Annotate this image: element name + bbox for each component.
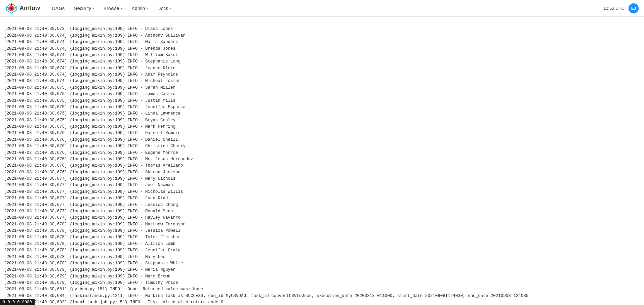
log-line: [2021-09-08 21:40:30,674] {logging_mixin… (0, 58, 644, 65)
log-line: [2021-09-08 21:40:30,675] {logging_mixin… (0, 111, 644, 117)
user-avatar[interactable]: EJ (629, 3, 639, 13)
navbar: Airflow DAGs Security ▾ Browse ▾ Admin ▾… (0, 0, 644, 17)
navbar-right: 12:52 UTC EJ (603, 3, 639, 13)
log-line: [2021-09-08 21:40:30,678] {logging_mixin… (0, 228, 644, 234)
docs-chevron-icon: ▾ (169, 6, 171, 10)
log-line: [2021-09-08 21:40:30,674] {logging_mixin… (0, 46, 644, 52)
log-line: [2021-09-08 21:40:30,675] {logging_mixin… (0, 85, 644, 91)
brand[interactable]: Airflow (5, 2, 40, 14)
nav-item-docs[interactable]: Docs ▾ (153, 4, 175, 13)
log-container: [2021-09-08 21:40:30,673] {logging_mixin… (0, 17, 644, 305)
log-line: [2021-09-08 21:40:30,676] {logging_mixin… (0, 156, 644, 163)
log-line: [2021-09-08 21:40:30,678] {logging_mixin… (0, 241, 644, 247)
log-line: [2021-09-08 21:40:30,674] {logging_mixin… (0, 33, 644, 39)
log-line: [2021-09-08 21:40:30,675] {logging_mixin… (0, 98, 644, 104)
nav-item-admin[interactable]: Admin ▾ (128, 4, 152, 13)
log-line: [2021-09-08 21:40:30,676] {logging_mixin… (0, 143, 644, 149)
log-line: [2021-09-08 21:40:30,675] {logging_mixin… (0, 91, 644, 97)
log-line: [2021-09-08 21:40:30,679] {logging_mixin… (0, 280, 644, 286)
log-line: [2021-09-08 21:40:30,679] {logging_mixin… (0, 273, 644, 280)
log-line: [2021-09-08 21:40:30,674] {logging_mixin… (0, 39, 644, 45)
status-bar: 0.0.0.0:8080 (0, 299, 35, 305)
admin-chevron-icon: ▾ (146, 6, 148, 10)
log-line: [2021-09-08 21:40:30,674] {logging_mixin… (0, 65, 644, 72)
brand-label: Airflow (19, 5, 40, 12)
log-line: [2021-09-08 21:40:30,676] {logging_mixin… (0, 169, 644, 176)
log-line: [2021-09-08 21:40:30,677] {logging_mixin… (0, 195, 644, 202)
log-line: [2021-09-08 21:40:30,678] {logging_mixin… (0, 221, 644, 228)
time-display: 12:52 UTC (603, 6, 625, 11)
nav-items: DAGs Security ▾ Browse ▾ Admin ▾ Docs ▾ (48, 4, 603, 13)
log-line: [2021-09-08 21:40:30,684] {taskinstance.… (0, 293, 644, 299)
nav-item-browse[interactable]: Browse ▾ (99, 4, 126, 13)
log-line: [2021-09-08 21:40:30,676] {logging_mixin… (0, 163, 644, 169)
log-line: [2021-09-08 21:40:30,674] {logging_mixin… (0, 78, 644, 84)
browse-chevron-icon: ▾ (121, 6, 122, 10)
log-line: [2021-09-08 21:40:30,693] {local_task_jo… (0, 299, 644, 305)
status-bar-text: 0.0.0.0:8080 (3, 300, 32, 304)
log-line: [2021-09-08 21:40:30,677] {logging_mixin… (0, 208, 644, 215)
log-line: [2021-09-08 21:40:30,675] {logging_mixin… (0, 117, 644, 124)
airflow-logo-icon (5, 2, 17, 14)
log-line: [2021-09-08 21:40:30,678] {logging_mixin… (0, 254, 644, 260)
log-line: [2021-09-08 21:40:30,677] {logging_mixin… (0, 176, 644, 182)
log-line: [2021-09-08 21:40:30,675] {logging_mixin… (0, 124, 644, 130)
nav-item-dags[interactable]: DAGs (48, 4, 69, 13)
log-line: [2021-09-08 21:40:30,678] {logging_mixin… (0, 247, 644, 254)
svg-marker-4 (7, 6, 8, 9)
security-chevron-icon: ▾ (92, 6, 94, 10)
log-line: [2021-09-08 21:40:30,679] {logging_mixin… (0, 267, 644, 273)
log-line: [2021-09-08 21:40:30,674] {logging_mixin… (0, 72, 644, 78)
log-line: [2021-09-08 21:40:30,676] {logging_mixin… (0, 130, 644, 136)
log-line: [2021-09-08 21:40:30,674] {logging_mixin… (0, 52, 644, 58)
log-line: [2021-09-08 21:40:30,673] {logging_mixin… (0, 26, 644, 32)
log-line: [2021-09-08 21:40:30,677] {logging_mixin… (0, 202, 644, 208)
svg-marker-3 (14, 6, 16, 9)
log-line: [2021-09-08 21:40:30,676] {logging_mixin… (0, 150, 644, 156)
log-line: [2021-09-08 21:40:30,681] {python.py:151… (0, 286, 644, 293)
log-line: [2021-09-08 21:40:30,677] {logging_mixin… (0, 182, 644, 188)
nav-item-security[interactable]: Security ▾ (70, 4, 98, 13)
log-line: [2021-09-08 21:40:30,676] {logging_mixin… (0, 137, 644, 143)
log-line: [2021-09-08 21:40:30,678] {logging_mixin… (0, 234, 644, 241)
log-line: [2021-09-08 21:40:30,678] {logging_mixin… (0, 260, 644, 267)
log-line: [2021-09-08 21:40:30,677] {logging_mixin… (0, 189, 644, 195)
log-line: [2021-09-08 21:40:30,675] {logging_mixin… (0, 104, 644, 111)
svg-point-6 (10, 7, 12, 9)
log-line: [2021-09-08 21:40:30,677] {logging_mixin… (0, 215, 644, 221)
